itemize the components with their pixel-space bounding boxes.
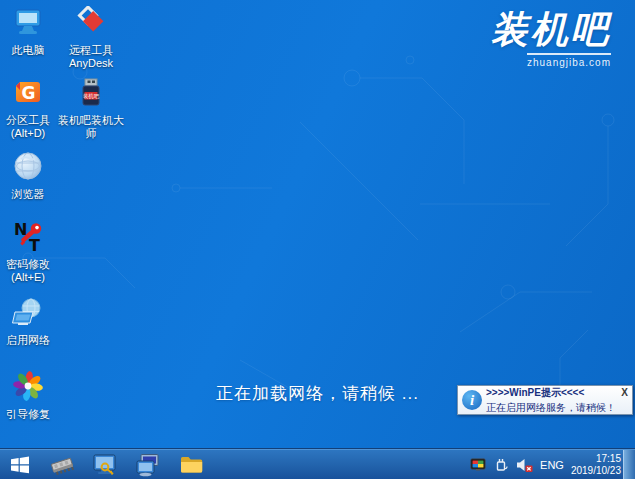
network-monitor-icon: [12, 296, 44, 328]
display-settings-tray-icon[interactable]: [470, 457, 487, 473]
windows-logo-icon: [8, 453, 32, 477]
clock[interactable]: 17:15 2019/10/23: [571, 453, 621, 477]
brand-logo: 装机吧 zhuangjiba.com: [491, 8, 611, 70]
desktop-icon-installer-master[interactable]: 装机吧 装机吧装机大 师: [53, 76, 129, 140]
loading-status-text: 正在加载网络，请稍候 ...: [216, 382, 419, 405]
toast-message: 正在启用网络服务，请稍候！: [486, 401, 629, 415]
language-indicator[interactable]: ENG: [540, 459, 564, 471]
desktop-icon-browser[interactable]: 浏览器: [0, 150, 56, 201]
desktop-icon-password-reset[interactable]: N T 密码修改 (Alt+E): [0, 220, 56, 284]
clock-date: 2019/10/23: [571, 465, 621, 477]
anydesk-icon: [75, 6, 107, 38]
browser-globe-icon: [12, 150, 44, 182]
toast-close-button[interactable]: X: [620, 387, 629, 398]
clock-time: 17:15: [571, 453, 621, 465]
folder-icon: [179, 453, 205, 477]
system-tray: ENG 17:15 2019/10/23: [470, 450, 621, 479]
taskbar-file-explorer-button[interactable]: [174, 450, 210, 479]
desktop-icon-label-line2: AnyDesk: [58, 57, 124, 70]
taskbar: ENG 17:15 2019/10/23: [0, 448, 635, 479]
show-desktop-button[interactable]: [623, 450, 635, 479]
memory-chip-icon: [48, 453, 76, 477]
taskbar-memory-tool-button[interactable]: [44, 450, 80, 479]
desktop-icon-label: 分区工具: [0, 114, 56, 127]
boot-repair-flower-icon: [12, 370, 44, 402]
desktop-icon-anydesk[interactable]: 远程工具 AnyDesk: [58, 6, 124, 70]
desktop-icon-label-line2: (Alt+E): [0, 271, 56, 284]
monitor-key-icon: [92, 453, 118, 477]
desktop: 装机吧 zhuangjiba.com 此电脑 G 分区工具 (Alt+D): [0, 0, 635, 448]
desktop-icon-label: 启用网络: [0, 334, 56, 347]
this-pc-icon: [12, 6, 44, 38]
volume-muted-tray-icon[interactable]: [515, 457, 533, 473]
desktop-icon-label: 密码修改: [0, 258, 56, 271]
svg-text:T: T: [29, 236, 40, 252]
brand-title: 装机吧: [491, 8, 611, 52]
nt-password-icon: N T: [12, 220, 44, 252]
start-button[interactable]: [2, 450, 38, 479]
desktop-icon-label: 引导修复: [0, 408, 56, 421]
winpe-toast: i >>>>WinPE提示<<<< X 正在启用网络服务，请稍候！: [457, 385, 633, 415]
brand-subtitle: zhuangjiba.com: [527, 53, 611, 68]
info-icon: i: [462, 390, 482, 410]
usb-tray-icon[interactable]: [494, 456, 508, 473]
desktop-icon-boot-repair[interactable]: 引导修复: [0, 370, 56, 421]
taskbar-computer-button[interactable]: [130, 450, 166, 479]
toast-title: >>>>WinPE提示<<<<: [486, 386, 620, 400]
desktop-icon-label: 此电脑: [0, 44, 56, 57]
desktop-icon-label: 装机吧装机大: [53, 114, 129, 127]
usb-installer-icon: 装机吧: [75, 76, 107, 108]
desktop-icon-label-line2: (Alt+D): [0, 127, 56, 140]
desktop-icon-enable-network[interactable]: 启用网络: [0, 296, 56, 347]
desktop-icon-label: 远程工具: [58, 44, 124, 57]
svg-text:装机吧: 装机吧: [83, 93, 100, 100]
desktop-icon-this-pc[interactable]: 此电脑: [0, 6, 56, 57]
taskbar-remote-unlock-button[interactable]: [87, 450, 123, 479]
desktop-icon-label: 浏览器: [0, 188, 56, 201]
partition-tool-icon: G: [12, 76, 44, 108]
svg-text:G: G: [22, 83, 36, 103]
desktop-icon-partition-tool[interactable]: G 分区工具 (Alt+D): [0, 76, 56, 140]
desktop-icon-label-line2: 师: [53, 127, 129, 140]
computer-icon: [135, 453, 161, 477]
